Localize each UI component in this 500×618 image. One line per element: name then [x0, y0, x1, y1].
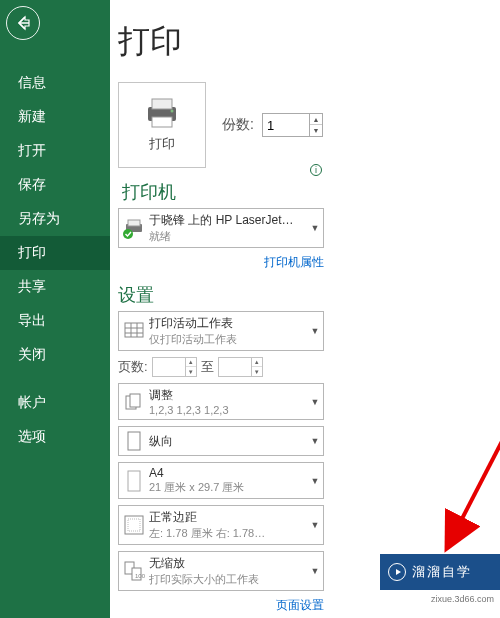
page-setup-link[interactable]: 页面设置 [118, 597, 324, 614]
pages-row: 页数: ▲▼ 至 ▲▼ [118, 357, 500, 377]
scaling-sub: 打印实际大小的工作表 [149, 572, 307, 587]
page-to-up[interactable]: ▲ [252, 358, 262, 367]
watermark-brand: 溜溜自学 [412, 563, 472, 581]
pages-label: 页数: [118, 358, 148, 376]
collate-icon [119, 385, 149, 419]
print-topbar: 打印 份数: ▲ ▼ [114, 82, 500, 168]
print-button-label: 打印 [149, 135, 175, 153]
pages-to-label: 至 [201, 358, 214, 376]
chevron-down-icon: ▼ [307, 520, 323, 530]
sidebar-item-open[interactable]: 打开 [0, 134, 110, 168]
annotation-arrow [430, 290, 500, 570]
page-from-spinner[interactable]: ▲▼ [152, 357, 197, 377]
paper-sub: 21 厘米 x 29.7 厘米 [149, 480, 307, 495]
copies-row: 份数: ▲ ▼ [222, 113, 323, 137]
orientation-title: 纵向 [149, 433, 307, 450]
svg-point-7 [123, 229, 133, 239]
svg-rect-16 [128, 471, 140, 491]
sidebar-item-share[interactable]: 共享 [0, 270, 110, 304]
paper-title: A4 [149, 466, 307, 480]
collate-selector[interactable]: 调整 1,2,3 1,2,3 1,2,3 ▼ [118, 383, 324, 420]
sidebar-item-export[interactable]: 导出 [0, 304, 110, 338]
printer-selector[interactable]: 于晓锋 上的 HP LaserJet… 就绪 ▼ [118, 208, 324, 248]
play-icon [388, 563, 406, 581]
svg-rect-8 [125, 323, 143, 337]
printer-info-icon[interactable]: i [310, 164, 322, 176]
scaling-title: 无缩放 [149, 555, 307, 572]
sheet-icon [119, 314, 149, 348]
back-button[interactable] [6, 6, 40, 40]
page-title: 打印 [114, 0, 500, 82]
orientation-selector[interactable]: 纵向 ▼ [118, 426, 324, 456]
copies-up[interactable]: ▲ [310, 114, 322, 125]
page-to-input[interactable] [219, 358, 251, 376]
page-from-up[interactable]: ▲ [186, 358, 196, 367]
sidebar-item-close[interactable]: 关闭 [0, 338, 110, 372]
sidebar-item-saveas[interactable]: 另存为 [0, 202, 110, 236]
sidebar-item-options[interactable]: 选项 [0, 420, 110, 454]
chevron-down-icon: ▼ [307, 566, 323, 576]
scaling-selector[interactable]: 100 无缩放 打印实际大小的工作表 ▼ [118, 551, 324, 591]
margins-selector[interactable]: 正常边距 左: 1.78 厘米 右: 1.78… ▼ [118, 505, 324, 545]
page-to-down[interactable]: ▼ [252, 367, 262, 376]
watermark-url: zixue.3d66.com [431, 594, 494, 604]
printer-section-title: 打印机 [122, 180, 324, 204]
copies-down[interactable]: ▼ [310, 125, 322, 136]
svg-rect-3 [152, 117, 172, 127]
margins-title: 正常边距 [149, 509, 307, 526]
file-sidebar: 信息 新建 打开 保存 另存为 打印 共享 导出 关闭 帐户 选项 [0, 0, 110, 618]
sidebar-item-new[interactable]: 新建 [0, 100, 110, 134]
paper-icon [119, 464, 149, 498]
printer-name: 于晓锋 上的 HP LaserJet… [149, 212, 307, 229]
svg-rect-6 [128, 220, 140, 226]
svg-rect-2 [152, 99, 172, 109]
print-button[interactable]: 打印 [118, 82, 206, 168]
print-scope-title: 打印活动工作表 [149, 315, 307, 332]
page-from-down[interactable]: ▼ [186, 367, 196, 376]
svg-rect-15 [128, 432, 140, 450]
paper-selector[interactable]: A4 21 厘米 x 29.7 厘米 ▼ [118, 462, 324, 499]
copies-spinner[interactable]: ▲ ▼ [262, 113, 323, 137]
printer-status: 就绪 [149, 229, 307, 244]
printer-status-icon [119, 211, 149, 245]
printer-properties-link[interactable]: 打印机属性 [118, 254, 324, 271]
sidebar-item-info[interactable]: 信息 [0, 66, 110, 100]
svg-rect-14 [130, 394, 140, 407]
settings-section-title: 设置 [118, 283, 500, 307]
copies-label: 份数: [222, 116, 254, 134]
chevron-down-icon: ▼ [307, 326, 323, 336]
collate-sub: 1,2,3 1,2,3 1,2,3 [149, 404, 307, 416]
collate-title: 调整 [149, 387, 307, 404]
svg-point-4 [171, 110, 174, 113]
sidebar-item-account[interactable]: 帐户 [0, 386, 110, 420]
watermark-badge: 溜溜自学 zixue.3d66.com [380, 554, 500, 590]
sidebar-item-save[interactable]: 保存 [0, 168, 110, 202]
page-from-input[interactable] [153, 358, 185, 376]
chevron-down-icon: ▼ [307, 397, 323, 407]
page-to-spinner[interactable]: ▲▼ [218, 357, 263, 377]
margins-sub: 左: 1.78 厘米 右: 1.78… [149, 526, 307, 541]
printer-icon [142, 97, 182, 129]
svg-line-22 [450, 290, 500, 542]
chevron-down-icon: ▼ [307, 476, 323, 486]
margins-icon [119, 508, 149, 542]
print-backstage: 打印 打印 份数: ▲ ▼ [110, 0, 500, 618]
chevron-down-icon: ▼ [307, 436, 323, 446]
print-scope-selector[interactable]: 打印活动工作表 仅打印活动工作表 ▼ [118, 311, 324, 351]
copies-input[interactable] [263, 116, 309, 135]
print-scope-sub: 仅打印活动工作表 [149, 332, 307, 347]
portrait-icon [119, 427, 149, 455]
chevron-down-icon: ▼ [307, 223, 323, 233]
back-arrow-icon [15, 15, 31, 31]
sidebar-item-print[interactable]: 打印 [0, 236, 110, 270]
scaling-icon: 100 [119, 554, 149, 588]
svg-text:100: 100 [135, 573, 145, 579]
